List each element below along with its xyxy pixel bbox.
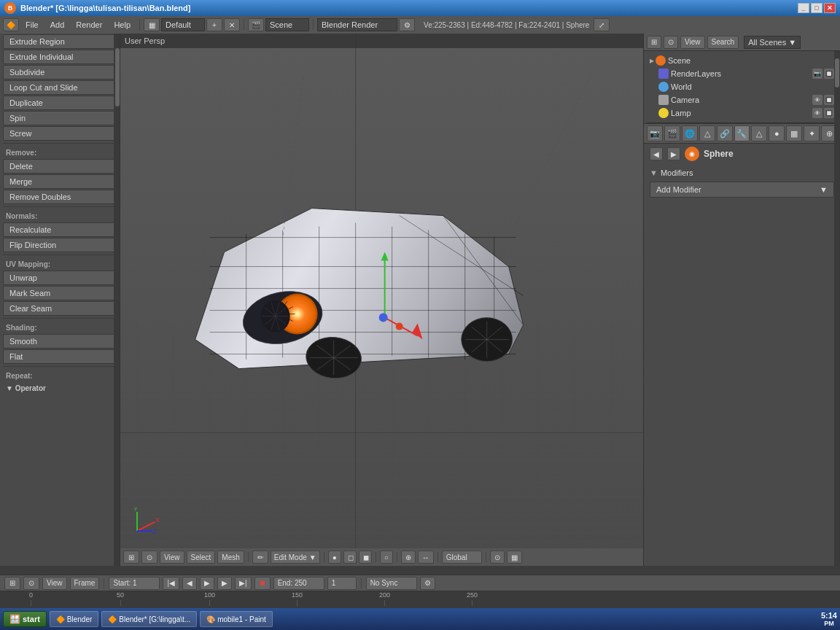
vertex-select-btn[interactable]: ●	[328, 551, 341, 564]
proportional-edit-btn[interactable]: ○	[380, 551, 393, 564]
rp-extra-btn[interactable]: ⊙	[664, 36, 678, 49]
lamp-vis-2[interactable]: 🔲	[824, 108, 834, 118]
next-frame-btn[interactable]: ▶	[217, 577, 232, 590]
modifiers-header[interactable]: ▼ Modifiers	[650, 167, 834, 179]
rp-search-btn[interactable]: Search	[707, 36, 739, 49]
rp-scene-icon[interactable]: ⊞	[647, 36, 661, 49]
timeline-view-btn[interactable]: View	[42, 577, 67, 590]
rp-render-tab[interactable]: 📷	[647, 125, 663, 141]
edge-select-btn[interactable]: ◻	[343, 551, 357, 564]
left-scrollbar[interactable]	[114, 34, 120, 566]
operator-section-label[interactable]: ▼ Operator	[0, 381, 120, 394]
flat-button[interactable]: Flat	[3, 349, 117, 364]
menu-render[interactable]: Render	[71, 19, 107, 31]
rp-particles-tab[interactable]: ✦	[804, 125, 820, 141]
timeline-ruler[interactable]: 0 50 100 150 200 250	[0, 591, 840, 609]
timeline-extra-btn[interactable]: ⊙	[23, 577, 39, 590]
maximize-button[interactable]: □	[811, 3, 822, 13]
layout-remove-btn[interactable]: ✕	[224, 18, 240, 31]
delete-button[interactable]: Delete	[3, 159, 117, 174]
lamp-tree-item[interactable]: Lamp 👁 🔲	[647, 106, 837, 120]
fullscreen-btn[interactable]: ⤢	[594, 18, 610, 31]
record-btn[interactable]: ⏺	[254, 577, 271, 590]
rp-modifiers-tab[interactable]: 🔧	[734, 125, 750, 141]
unwrap-button[interactable]: Unwrap	[3, 271, 117, 285]
next-keyframe-btn[interactable]: ▶|	[235, 577, 252, 590]
viewport-3d[interactable]: User Persp X Y Z (1) Sphere ⊞ ⊙ View	[120, 34, 643, 566]
current-frame[interactable]: 1	[327, 577, 357, 590]
camera-tree-item[interactable]: Camera 👁 🔲	[647, 93, 837, 106]
rp-constraints-tab[interactable]: 🔗	[717, 125, 733, 141]
viewport-canvas[interactable]	[120, 34, 643, 566]
rp-object-tab[interactable]: △	[699, 125, 715, 141]
layout-selector[interactable]: Default	[161, 18, 205, 31]
left-scroll-thumb[interactable]	[115, 48, 120, 106]
end-frame[interactable]: End: 250	[273, 577, 324, 590]
menu-help[interactable]: Help	[109, 19, 136, 31]
viewport-view-menu[interactable]: View	[160, 551, 184, 564]
world-tree-item[interactable]: World	[647, 80, 837, 93]
all-scenes-selector[interactable]: All Scenes ▼	[744, 36, 801, 49]
right-scrollbar[interactable]	[834, 51, 840, 566]
rp-world-tab[interactable]: 🌐	[682, 125, 698, 141]
play-btn[interactable]: ▶	[200, 577, 214, 590]
face-select-btn[interactable]: ◼	[359, 551, 372, 564]
clear-seam-button[interactable]: Clear Seam	[3, 301, 117, 316]
mode-icon[interactable]: ✏	[252, 551, 268, 564]
remove-doubles-button[interactable]: Remove Doubles	[3, 190, 117, 204]
timeline-settings-btn[interactable]: ⚙	[420, 577, 435, 590]
flip-direction-button[interactable]: Flip Direction	[3, 238, 117, 252]
extrude-region-button[interactable]: Extrude Region	[3, 34, 117, 49]
pivot-btn[interactable]: ⊙	[490, 551, 505, 564]
viewport-select-menu[interactable]: Select	[187, 551, 216, 564]
screw-button[interactable]: Screw	[3, 126, 117, 141]
prev-frame-btn[interactable]: ◀	[182, 577, 197, 590]
rp-texture-tab[interactable]: ▦	[786, 125, 802, 141]
right-scroll-thumb[interactable]	[835, 58, 839, 88]
snap-btn[interactable]: ⊕	[401, 551, 416, 564]
layout-icon[interactable]: ▦	[144, 18, 160, 31]
spin-button[interactable]: Spin	[3, 111, 117, 125]
prev-keyframe-btn[interactable]: |◀	[163, 577, 179, 590]
scene-icon[interactable]: 🎬	[248, 18, 264, 31]
sync-selector[interactable]: No Sync	[366, 577, 417, 590]
viewport-extra-btn[interactable]: ⊙	[141, 551, 158, 564]
prop-back-btn[interactable]: ◀	[650, 147, 663, 160]
rp-material-tab[interactable]: ●	[769, 125, 785, 141]
taskbar-blender-file[interactable]: 🔶 Blender* [G:\lingga\t...	[101, 611, 197, 627]
prop-forward-btn[interactable]: ▶	[667, 147, 680, 160]
menu-add[interactable]: Add	[45, 19, 70, 31]
extrude-individual-button[interactable]: Extrude Individual	[3, 50, 117, 64]
merge-button[interactable]: Merge	[3, 174, 117, 189]
blender-icon-btn[interactable]: 🔶	[3, 18, 19, 31]
rp-data-tab[interactable]: △	[751, 125, 767, 141]
timeline-scene-icon[interactable]: ⊞	[4, 577, 20, 590]
add-modifier-button[interactable]: Add Modifier ▼	[650, 182, 834, 198]
renderlayers-vis-1[interactable]: 📷	[812, 69, 822, 79]
lamp-vis-1[interactable]: 👁	[812, 108, 822, 118]
camera-vis-2[interactable]: 🔲	[824, 95, 834, 105]
mark-seam-button[interactable]: Mark Seam	[3, 286, 117, 300]
edit-mode-selector[interactable]: Edit Mode ▼	[271, 551, 320, 564]
loop-cut-slide-button[interactable]: Loop Cut and Slide	[3, 80, 117, 95]
scene-selector[interactable]: Scene	[265, 18, 309, 31]
start-button[interactable]: 🪟 start	[3, 611, 47, 627]
subdivide-button[interactable]: Subdivide	[3, 65, 117, 79]
mirror-btn[interactable]: ↔	[418, 551, 434, 564]
rp-view-btn[interactable]: View	[680, 36, 705, 49]
camera-vis-1[interactable]: 👁	[812, 95, 822, 105]
orientation-selector[interactable]: Global	[442, 551, 482, 564]
close-button[interactable]: ✕	[824, 3, 836, 13]
render-layers-item[interactable]: RenderLayers 📷 🔲	[647, 67, 837, 80]
renderer-selector[interactable]: Blender Render	[317, 18, 397, 31]
scene-tree-item[interactable]: ▶ Scene	[647, 54, 837, 67]
renderlayers-vis-2[interactable]: 🔲	[824, 69, 834, 79]
smooth-button[interactable]: Smooth	[3, 334, 117, 349]
taskbar-paint[interactable]: 🎨 mobile1 - Paint	[200, 611, 273, 627]
viewport-mesh-menu[interactable]: Mesh	[217, 551, 244, 564]
layout-add-btn[interactable]: +	[206, 18, 222, 31]
renderer-settings-btn[interactable]: ⚙	[399, 18, 415, 31]
viewport-scene-icon[interactable]: ⊞	[123, 551, 139, 564]
recalculate-button[interactable]: Recalculate	[3, 222, 117, 237]
menu-file[interactable]: File	[20, 19, 44, 31]
